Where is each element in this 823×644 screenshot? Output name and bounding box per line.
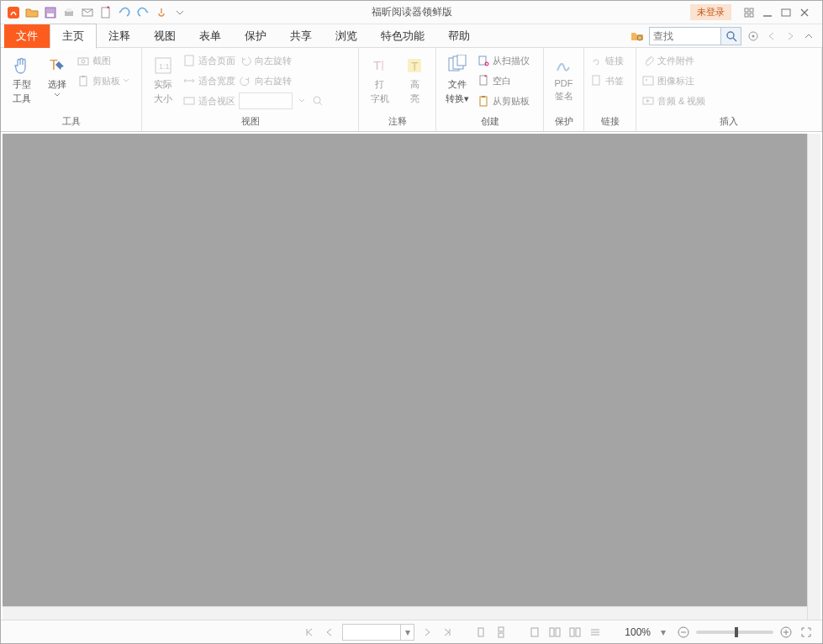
page-number-box[interactable]: ▾ [342,624,414,641]
new-doc-icon[interactable]: * [98,5,113,20]
layout-2-icon[interactable] [547,625,562,640]
page-input[interactable] [343,625,400,640]
horizontal-scrollbar[interactable] [3,606,807,620]
convert-button[interactable]: 文件 转换▾ [441,51,473,108]
svg-rect-44 [643,77,653,85]
camera-icon [76,54,90,67]
maximize-icon[interactable] [780,7,792,18]
media-button[interactable]: 音频 & 视频 [641,92,705,110]
select-label: 选择 [48,78,66,91]
fullscreen-icon[interactable] [799,625,814,640]
zoom-in-icon[interactable] [778,625,794,640]
rotate-right-button[interactable]: 向右旋转 [239,71,324,90]
email-icon[interactable] [80,5,95,20]
group-protect: PDF 签名 保护 [544,48,584,131]
next-page-icon[interactable] [419,625,435,640]
login-button[interactable]: 未登录 [690,4,731,20]
hand-tool-button[interactable]: 手型 工具 [6,51,38,108]
page-dropdown-icon[interactable]: ▾ [400,625,414,640]
layout-1-icon[interactable] [527,625,542,640]
hand-icon [11,55,33,77]
search-box[interactable] [649,27,741,45]
zoom-out-icon[interactable] [676,625,691,640]
zoom-dropdown-icon[interactable] [295,94,309,108]
open-icon[interactable] [24,5,40,20]
zoom-slider-thumb[interactable] [735,627,738,637]
group-tools: 手型 工具 T 选择 截图 剪贴板 工具 [1,48,142,131]
svg-rect-41 [480,97,487,106]
select-text-icon: T [46,55,68,77]
from-clipboard-button[interactable]: 从剪贴板 [477,92,530,110]
pdf-sign-button[interactable]: PDF 签名 [549,51,578,106]
tab-features[interactable]: 特色功能 [369,24,436,48]
svg-text:T: T [373,58,381,72]
layout-3-icon[interactable] [567,625,583,640]
svg-line-29 [319,103,322,105]
title-bar: * 福昕阅读器领鲜版 未登录 [1,1,822,24]
from-scanner-button[interactable]: 从扫描仪 [477,51,530,70]
tab-home[interactable]: 主页 [50,24,97,49]
tab-protect[interactable]: 保护 [233,24,278,48]
fit-width-button[interactable]: 适合宽度 [182,71,235,90]
clipboard-label: 剪贴板 [92,75,120,87]
search-button[interactable] [720,28,741,45]
single-page-icon[interactable] [473,625,488,640]
nav-next-icon[interactable] [783,29,797,43]
link-button[interactable]: 链接 [589,51,624,70]
vertical-scrollbar[interactable] [807,134,820,620]
tab-annotate[interactable]: 注释 [97,24,142,48]
nav-prev-icon[interactable] [765,29,778,43]
undo-icon[interactable] [117,5,132,20]
svg-rect-11 [750,13,753,17]
bookmark-button[interactable]: 书签 [589,71,624,90]
redo-icon[interactable] [135,5,150,20]
zoom-input[interactable] [239,92,293,109]
qat-dropdown-icon[interactable] [172,5,187,20]
actual-label-2: 大小 [154,92,172,105]
blank-page-button[interactable]: *空白 [477,71,530,90]
highlight-button[interactable]: T 高 亮 [399,51,431,108]
tab-form[interactable]: 表单 [187,24,233,48]
zoom-slider[interactable] [696,631,773,634]
actual-size-button[interactable]: 1:1 实际 大小 [147,51,179,108]
fit-view-icon [182,94,196,108]
fit-view-button[interactable]: 适合视区 [182,92,235,110]
select-tool-button[interactable]: T 选择 [41,51,73,101]
tab-view[interactable]: 视图 [142,24,187,48]
rotate-left-button[interactable]: 向左旋转 [239,51,324,70]
svg-rect-51 [550,628,554,636]
layout-4-icon[interactable] [588,625,603,640]
settings-icon[interactable] [747,29,760,43]
zoom-dropdown-icon[interactable]: ▾ [656,625,671,640]
last-page-icon[interactable] [440,625,455,640]
group-create-label: 创建 [441,113,538,129]
ribbon-collapse-icon[interactable] [743,7,755,18]
ribbon-toggle-icon[interactable] [802,29,815,43]
group-tools-label: 工具 [6,113,136,129]
zoom-in-icon[interactable] [311,94,324,108]
clipboard-button[interactable]: 剪贴板 [76,71,129,90]
group-annotate-label: 注释 [364,113,430,129]
close-icon[interactable] [799,7,810,18]
save-icon[interactable] [43,5,58,20]
typewriter-button[interactable]: T 打 字机 [364,51,396,108]
folder-search-icon[interactable] [630,29,644,43]
search-input[interactable] [650,30,720,42]
first-page-icon[interactable] [302,625,317,640]
touch-mode-icon[interactable] [154,5,169,20]
tab-help[interactable]: 帮助 [436,24,482,48]
tab-browse[interactable]: 浏览 [324,24,369,48]
image-annot-button[interactable]: 图像标注 [641,71,705,90]
link-icon [589,54,603,67]
print-icon[interactable] [61,5,76,20]
zoom-percent[interactable] [239,92,324,110]
prev-page-icon[interactable] [322,625,337,640]
tab-share[interactable]: 共享 [278,24,324,48]
svg-point-15 [727,32,734,39]
screenshot-button[interactable]: 截图 [76,51,129,70]
attachment-button[interactable]: 文件附件 [641,51,705,70]
continuous-icon[interactable] [493,625,509,640]
minimize-icon[interactable] [762,7,773,18]
tab-file[interactable]: 文件 [4,24,50,48]
fit-page-button[interactable]: 适合页面 [182,51,235,70]
